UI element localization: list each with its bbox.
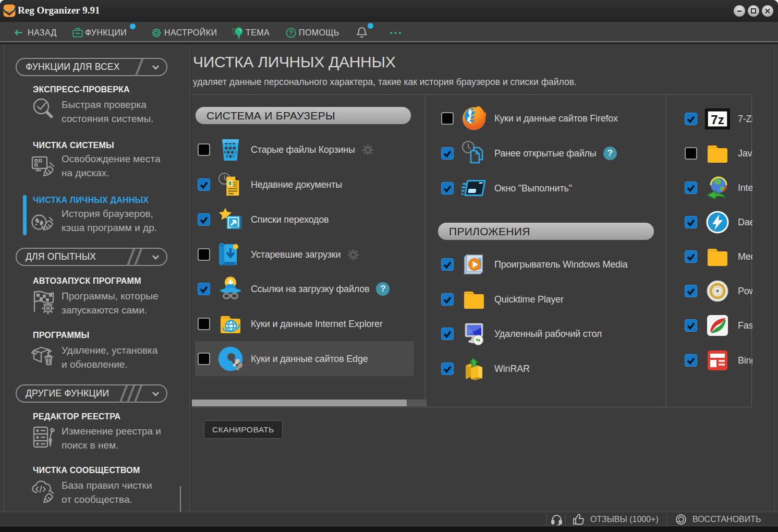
svg-text:7z: 7z [711,113,724,127]
